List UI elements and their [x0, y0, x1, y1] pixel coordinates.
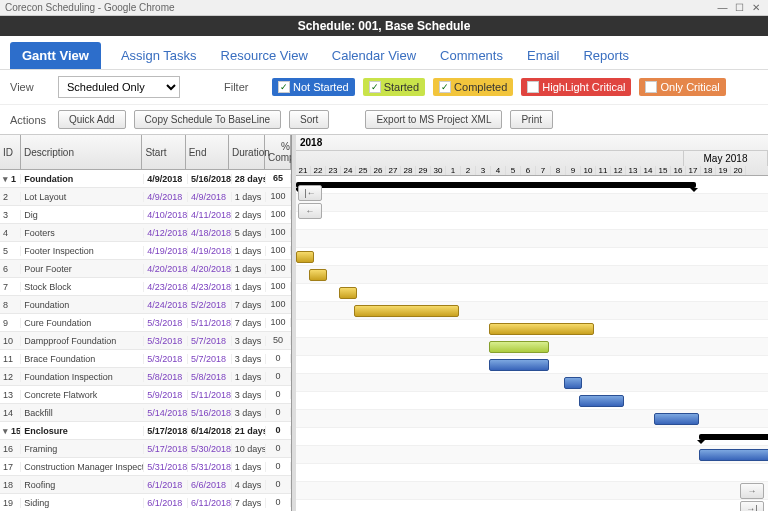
table-row[interactable]: 18Roofing6/1/20186/6/20184 days0 — [0, 476, 291, 494]
tab-gantt-view[interactable]: Gantt View — [10, 42, 101, 69]
gantt-body[interactable] — [296, 176, 768, 511]
table-row[interactable]: 13Concrete Flatwork5/9/20185/11/20183 da… — [0, 386, 291, 404]
sort-button[interactable]: Sort — [289, 110, 329, 129]
timeline-day: 3 — [476, 166, 491, 175]
nav-next-icon[interactable]: → — [740, 483, 764, 499]
nav-last-icon[interactable]: →| — [740, 501, 764, 511]
table-row[interactable]: 17Construction Manager Inspection5/31/20… — [0, 458, 291, 476]
close-icon[interactable]: ✕ — [749, 2, 763, 13]
maximize-icon[interactable]: ☐ — [732, 2, 746, 13]
table-row[interactable]: 19Siding6/1/20186/11/20187 days0 — [0, 494, 291, 511]
checkbox-icon — [527, 81, 539, 93]
tab-comments[interactable]: Comments — [436, 42, 507, 69]
gantt-row — [296, 446, 768, 464]
table-row[interactable]: ▾15Enclosure5/17/20186/14/201821 days0 — [0, 422, 291, 440]
gantt-bar[interactable] — [654, 413, 699, 425]
nav-buttons-bottom: → →| — [740, 483, 766, 511]
gantt-row — [296, 212, 768, 230]
tab-resource-view[interactable]: Resource View — [217, 42, 312, 69]
table-row[interactable]: 12Foundation Inspection5/8/20185/8/20181… — [0, 368, 291, 386]
timeline-day: 7 — [536, 166, 551, 175]
grid-pane: ID Description Start End Duration % Comp… — [0, 135, 292, 511]
table-row[interactable]: 7Stock Block4/23/20184/23/20181 days100 — [0, 278, 291, 296]
table-row[interactable]: 8Foundation4/24/20185/2/20187 days100 — [0, 296, 291, 314]
view-select[interactable]: Scheduled Only — [58, 76, 180, 98]
gantt-bar[interactable] — [489, 359, 549, 371]
gantt-row — [296, 230, 768, 248]
timeline-day: 17 — [686, 166, 701, 175]
chip-highlight-critical[interactable]: HighLight Critical — [521, 78, 631, 96]
nav-prev-icon[interactable]: ← — [298, 203, 322, 219]
print-button[interactable]: Print — [510, 110, 553, 129]
tab-email[interactable]: Email — [523, 42, 564, 69]
timeline-day: 6 — [521, 166, 536, 175]
col-id[interactable]: ID — [0, 135, 21, 169]
timeline-header: 2018 May 2018 21222324252627282930123456… — [296, 135, 768, 176]
timeline-day: 15 — [656, 166, 671, 175]
tab-reports[interactable]: Reports — [579, 42, 633, 69]
timeline-day: 28 — [401, 166, 416, 175]
timeline-day: 23 — [326, 166, 341, 175]
view-label: View — [10, 81, 46, 93]
export-xml-button[interactable]: Export to MS Project XML — [365, 110, 502, 129]
gantt-bar[interactable] — [699, 449, 768, 461]
window-titlebar: Corecon Scheduling - Google Chrome — ☐ ✕ — [0, 0, 768, 16]
gantt-bar[interactable] — [354, 305, 459, 317]
chip-completed[interactable]: ✓Completed — [433, 78, 513, 96]
gantt-bar[interactable] — [699, 434, 768, 440]
col-start[interactable]: Start — [142, 135, 185, 169]
chip-started[interactable]: ✓Started — [363, 78, 425, 96]
table-row[interactable]: 4Footers4/12/20184/18/20185 days100 — [0, 224, 291, 242]
gantt-row — [296, 266, 768, 284]
gantt-row — [296, 482, 768, 500]
table-row[interactable]: 16Framing5/17/20185/30/201810 days0 — [0, 440, 291, 458]
table-row[interactable]: 10Dampproof Foundation5/3/20185/7/20183 … — [0, 332, 291, 350]
table-row[interactable]: 6Pour Footer4/20/20184/20/20181 days100 — [0, 260, 291, 278]
chip-not-started[interactable]: ✓Not Started — [272, 78, 355, 96]
timeline-day: 26 — [371, 166, 386, 175]
table-row[interactable]: ▾1Foundation4/9/20185/16/201828 days65 — [0, 170, 291, 188]
timeline-day: 1 — [446, 166, 461, 175]
table-row[interactable]: 5Footer Inspection4/19/20184/19/20181 da… — [0, 242, 291, 260]
gantt-bar[interactable] — [564, 377, 582, 389]
gantt-row — [296, 284, 768, 302]
quick-add-button[interactable]: Quick Add — [58, 110, 126, 129]
timeline-month-may: May 2018 — [684, 151, 768, 166]
tab-assign-tasks[interactable]: Assign Tasks — [117, 42, 201, 69]
action-row: Actions Quick Add Copy Schedule To BaseL… — [0, 105, 768, 135]
gantt-bar[interactable] — [309, 269, 327, 281]
col-duration[interactable]: Duration — [229, 135, 265, 169]
gantt-bar[interactable] — [489, 323, 594, 335]
window-controls: — ☐ ✕ — [715, 2, 763, 13]
col-description[interactable]: Description — [21, 135, 142, 169]
schedule-header: Schedule: 001, Base Schedule — [0, 16, 768, 36]
timeline-day: 9 — [566, 166, 581, 175]
table-row[interactable]: 14Backfill5/14/20185/16/20183 days0 — [0, 404, 291, 422]
copy-baseline-button[interactable]: Copy Schedule To BaseLine — [134, 110, 281, 129]
gantt-bar[interactable] — [579, 395, 624, 407]
table-row[interactable]: 2Lot Layout4/9/20184/9/20181 days100 — [0, 188, 291, 206]
chip-only-critical[interactable]: Only Critical — [639, 78, 725, 96]
tab-calendar-view[interactable]: Calendar View — [328, 42, 420, 69]
gantt-row — [296, 410, 768, 428]
timeline-day: 10 — [581, 166, 596, 175]
timeline-days: 2122232425262728293012345678910111213141… — [296, 166, 768, 175]
tab-strip: Gantt View Assign Tasks Resource View Ca… — [0, 36, 768, 70]
timeline-day: 13 — [626, 166, 641, 175]
minimize-icon[interactable]: — — [715, 2, 729, 13]
table-row[interactable]: 11Brace Foundation5/3/20185/7/20183 days… — [0, 350, 291, 368]
table-row[interactable]: 9Cure Foundation5/3/20185/11/20187 days1… — [0, 314, 291, 332]
gantt-bar[interactable] — [296, 182, 696, 188]
nav-first-icon[interactable]: |← — [298, 185, 322, 201]
table-row[interactable]: 3Dig4/10/20184/11/20182 days100 — [0, 206, 291, 224]
filter-row: View Scheduled Only Filter ✓Not Started … — [0, 70, 768, 105]
gantt-bar[interactable] — [339, 287, 357, 299]
gantt-bar[interactable] — [489, 341, 549, 353]
gantt-bar[interactable] — [296, 251, 314, 263]
col-end[interactable]: End — [186, 135, 229, 169]
actions-label: Actions — [10, 114, 46, 126]
timeline-day: 30 — [431, 166, 446, 175]
gantt-row — [296, 464, 768, 482]
col-pct-complete[interactable]: % Comp... — [265, 135, 291, 169]
gantt-row — [296, 302, 768, 320]
